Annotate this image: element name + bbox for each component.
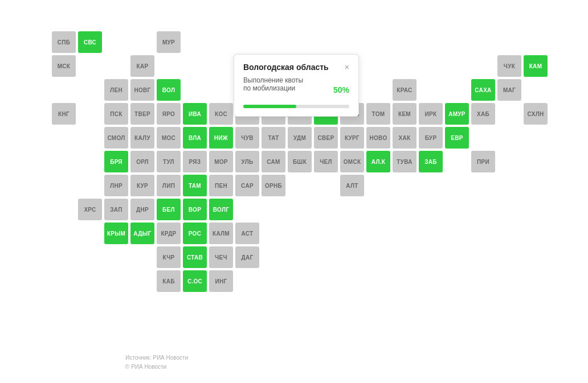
region-cell-евр[interactable]: ЕВР (445, 127, 469, 149)
region-cell-чук[interactable]: ЧУК (497, 55, 521, 77)
region-cell-бря[interactable]: БРЯ (104, 151, 128, 172)
region-cell-омск[interactable]: ОМСК (340, 151, 364, 172)
region-cell-бур[interactable]: БУР (419, 127, 443, 149)
region-cell-хрс[interactable]: ХРС (78, 199, 102, 220)
region-cell-мор[interactable]: МОР (209, 151, 233, 172)
region-cell-аст[interactable]: АСТ (235, 223, 259, 244)
tooltip: Вологодская область × Выполнение квотыпо… (234, 54, 359, 117)
region-cell-пен[interactable]: ПЕН (209, 175, 233, 196)
region-cell-кнг[interactable]: КНГ (52, 103, 76, 125)
region-cell-новг[interactable]: НОВГ (130, 79, 154, 101)
region-cell-сам[interactable]: САМ (262, 151, 285, 172)
region-cell-мос[interactable]: МОС (157, 127, 181, 149)
region-cell-тува[interactable]: ТУВА (393, 151, 416, 172)
source-line2: © РИА Новости (125, 363, 188, 372)
region-cell-заб[interactable]: ЗАБ (419, 151, 443, 172)
region-cell-кур[interactable]: КУР (130, 175, 154, 196)
region-cell-кург[interactable]: КУРГ (340, 127, 364, 149)
map-container: СПБСВСМУРМСККАРЧУККАМЛЕННОВГВОЛКРАССАХАМ… (0, 0, 588, 383)
region-cell-бел[interactable]: БЕЛ (157, 199, 181, 220)
tooltip-value: 50% (333, 85, 349, 94)
region-cell-калу[interactable]: КАЛУ (130, 127, 154, 149)
region-cell-тул[interactable]: ТУЛ (157, 151, 181, 172)
progress-bar-background (243, 105, 349, 108)
source-line1: Источник: РИА Новости (125, 353, 188, 363)
region-cell-саха[interactable]: САХА (471, 79, 495, 101)
region-cell-кам[interactable]: КАМ (524, 55, 548, 77)
region-cell-калм[interactable]: КАЛМ (209, 223, 233, 244)
region-cell-чел[interactable]: ЧЕЛ (314, 151, 338, 172)
region-cell-хак[interactable]: ХАК (393, 127, 416, 149)
region-cell-бшк[interactable]: БШК (288, 151, 312, 172)
region-cell-алт[interactable]: АЛТ (340, 175, 364, 196)
region-cell-кчр[interactable]: КЧР (157, 246, 181, 268)
region-cell-орнб[interactable]: ОРНБ (262, 175, 285, 196)
region-cell-чеч[interactable]: ЧЕЧ (209, 246, 233, 268)
region-cell-при[interactable]: ПРИ (471, 151, 495, 172)
region-cell-став[interactable]: СТАВ (183, 246, 207, 268)
region-cell-уль[interactable]: УЛЬ (235, 151, 259, 172)
region-cell-каб[interactable]: КАБ (157, 270, 181, 292)
region-cell-удм[interactable]: УДМ (288, 127, 312, 149)
source-attribution: Источник: РИА Новости © РИА Новости (125, 353, 188, 372)
region-cell-там[interactable]: ТАМ (183, 175, 207, 196)
region-cell-мск[interactable]: МСК (52, 55, 76, 77)
region-cell-тат[interactable]: ТАТ (262, 127, 285, 149)
region-cell-крдр[interactable]: КРДР (157, 223, 181, 244)
region-cell-волг[interactable]: ВОЛГ (209, 199, 233, 220)
region-cell-вла[interactable]: ВЛА (183, 127, 207, 149)
region-cell-том[interactable]: ТОМ (366, 103, 390, 125)
tooltip-close-button[interactable]: × (345, 63, 349, 72)
region-cell-зап[interactable]: ЗАП (104, 199, 128, 220)
region-cell-лип[interactable]: ЛИП (157, 175, 181, 196)
tooltip-header: Вологодская область × (243, 63, 349, 72)
region-cell-рос[interactable]: РОС (183, 223, 207, 244)
region-cell-лен[interactable]: ЛЕН (104, 79, 128, 101)
region-cell-свс[interactable]: СВС (78, 31, 102, 53)
progress-bar-fill (243, 105, 296, 108)
region-cell-маг[interactable]: МАГ (497, 79, 521, 101)
region-cell-орл[interactable]: ОРЛ (130, 151, 154, 172)
region-cell-яро[interactable]: ЯРО (157, 103, 181, 125)
region-cell-даг[interactable]: ДАГ (235, 246, 259, 268)
region-cell-пск[interactable]: ПСК (104, 103, 128, 125)
region-cell-смол[interactable]: СМОЛ (104, 127, 128, 149)
tooltip-title: Вологодская область (243, 63, 329, 72)
region-cell-адыг[interactable]: АДЫГ (130, 223, 154, 244)
region-cell-крым[interactable]: КРЫМ (104, 223, 128, 244)
region-cell-ново[interactable]: НОВО (366, 127, 390, 149)
region-cell-днр[interactable]: ДНР (130, 199, 154, 220)
region-cell-ряз[interactable]: РЯЗ (183, 151, 207, 172)
region-cell-крас[interactable]: КРАС (393, 79, 416, 101)
region-cell-инг[interactable]: ИНГ (209, 270, 233, 292)
region-cell-схлн[interactable]: СХЛН (524, 103, 548, 125)
region-cell-ирк[interactable]: ИРК (419, 103, 443, 125)
region-cell-ниж[interactable]: НИЖ (209, 127, 233, 149)
region-cell-лнр[interactable]: ЛНР (104, 175, 128, 196)
region-cell-сос[interactable]: С.ОС (183, 270, 207, 292)
region-cell-сар[interactable]: САР (235, 175, 259, 196)
region-cell-хаб[interactable]: ХАБ (471, 103, 495, 125)
region-cell-вор[interactable]: ВОР (183, 199, 207, 220)
region-cell-вол[interactable]: ВОЛ (157, 79, 181, 101)
region-cell-ива[interactable]: ИВА (183, 103, 207, 125)
region-cell-алк[interactable]: АЛ.К (366, 151, 390, 172)
region-cell-мур[interactable]: МУР (157, 31, 181, 53)
region-cell-свер[interactable]: СВЕР (314, 127, 338, 149)
region-cell-чув[interactable]: ЧУВ (235, 127, 259, 149)
region-cell-спб[interactable]: СПБ (52, 31, 76, 53)
region-cell-твер[interactable]: ТВЕР (130, 103, 154, 125)
region-cell-кар[interactable]: КАР (130, 55, 154, 77)
region-cell-амур[interactable]: АМУР (445, 103, 469, 125)
region-cell-кос[interactable]: КОС (209, 103, 233, 125)
region-cell-кем[interactable]: КЕМ (393, 103, 416, 125)
